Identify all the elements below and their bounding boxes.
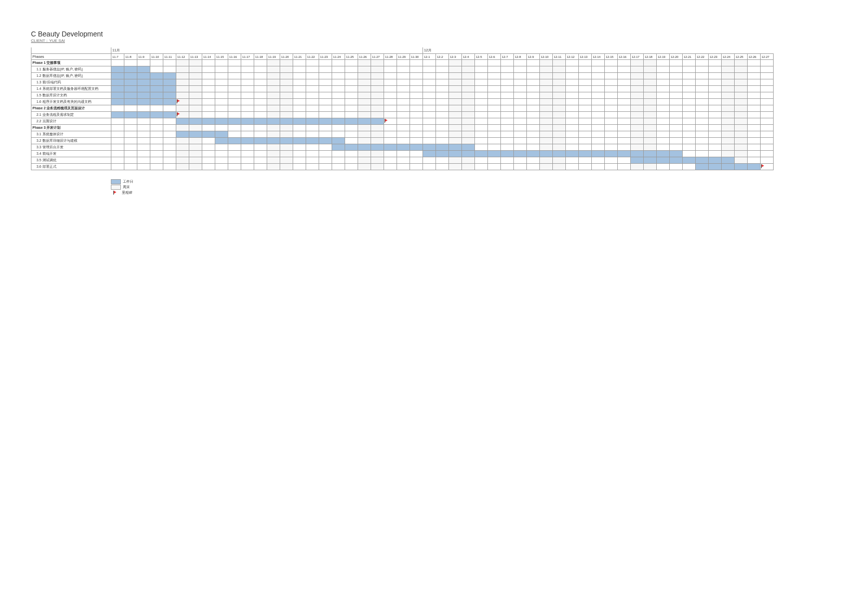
gantt-cell: [228, 118, 241, 125]
gantt-cell: [618, 73, 631, 79]
gantt-cell: [137, 144, 150, 151]
gantt-cell: [111, 138, 124, 144]
gantt-cell: [579, 60, 592, 66]
gantt-cell: [423, 79, 436, 86]
gantt-cell: [683, 105, 696, 112]
gantt-cell: [319, 157, 332, 164]
gantt-cell: [761, 138, 774, 144]
date-header: 11-7: [111, 54, 124, 60]
gantt-cell: [735, 151, 748, 157]
date-header: 12-12: [566, 54, 579, 60]
gantt-cell: [397, 112, 410, 118]
gantt-cell: [371, 73, 384, 79]
gantt-cell: [319, 164, 332, 170]
gantt-cell: [683, 79, 696, 86]
gantt-cell: [358, 86, 371, 92]
gantt-cell: [150, 66, 163, 73]
gantt-cell: [722, 125, 735, 131]
gantt-cell: [306, 73, 319, 79]
gantt-cell: [137, 66, 150, 73]
gantt-cell: [618, 125, 631, 131]
gantt-cell: [397, 118, 410, 125]
gantt-cell: [553, 105, 566, 112]
legend-weekend-icon: [111, 185, 121, 190]
gantt-cell: [462, 125, 475, 131]
task-label: 1.3 前/后端代码: [31, 79, 111, 86]
gantt-cell: [332, 112, 345, 118]
gantt-cell: [163, 73, 176, 79]
gantt-cell: [631, 99, 644, 105]
gantt-cell: [696, 105, 709, 112]
gantt-cell: [410, 118, 423, 125]
gantt-cell: [540, 112, 553, 118]
gantt-cell: [436, 60, 449, 66]
gantt-cell: [280, 125, 293, 131]
gantt-cell: [371, 92, 384, 99]
gantt-cell: [319, 99, 332, 105]
legend-work-label: 工作日: [123, 179, 133, 184]
gantt-cell: [449, 105, 462, 112]
gantt-cell: [137, 125, 150, 131]
gantt-cell: [670, 99, 683, 105]
gantt-cell: [267, 79, 280, 86]
gantt-cell: [371, 86, 384, 92]
date-header: 12-9: [527, 54, 540, 60]
gantt-cell: [618, 92, 631, 99]
gantt-cell: [436, 144, 449, 151]
gantt-cell: [670, 151, 683, 157]
date-header: 11-8: [124, 54, 137, 60]
gantt-cell: [345, 92, 358, 99]
gantt-cell: [293, 92, 306, 99]
gantt-cell: [215, 60, 228, 66]
gantt-cell: [150, 131, 163, 138]
gantt-cell: [371, 138, 384, 144]
gantt-cell: [761, 131, 774, 138]
gantt-cell: [540, 105, 553, 112]
gantt-cell: [124, 112, 137, 118]
gantt-cell: [189, 157, 202, 164]
gantt-cell: [527, 151, 540, 157]
gantt-cell: [215, 66, 228, 73]
gantt-cell: [163, 79, 176, 86]
task-label: 3.4 前端开发: [31, 151, 111, 157]
gantt-cell: [215, 99, 228, 105]
gantt-cell: [358, 79, 371, 86]
gantt-cell: [449, 118, 462, 125]
gantt-cell: [384, 144, 397, 151]
gantt-cell: [241, 157, 254, 164]
gantt-cell: [501, 164, 514, 170]
gantt-cell: [670, 60, 683, 66]
gantt-cell: [735, 92, 748, 99]
gantt-cell: [579, 99, 592, 105]
gantt-cell: [631, 151, 644, 157]
gantt-cell: [215, 144, 228, 151]
gantt-cell: [566, 131, 579, 138]
gantt-cell: [345, 164, 358, 170]
gantt-cell: [683, 99, 696, 105]
gantt-cell: [163, 99, 176, 105]
gantt-cell: [306, 118, 319, 125]
gantt-cell: [280, 151, 293, 157]
gantt-cell: [254, 73, 267, 79]
gantt-cell: [761, 144, 774, 151]
gantt-cell: [423, 131, 436, 138]
gantt-cell: [696, 151, 709, 157]
gantt-cell: [579, 112, 592, 118]
gantt-cell: [319, 79, 332, 86]
gantt-cell: [631, 92, 644, 99]
gantt-cell: [488, 164, 501, 170]
gantt-cell: [709, 112, 722, 118]
gantt-cell: [137, 60, 150, 66]
gantt-cell: [605, 157, 618, 164]
gantt-cell: [618, 131, 631, 138]
gantt-cell: [202, 73, 215, 79]
gantt-cell: [605, 112, 618, 118]
gantt-cell: [150, 144, 163, 151]
gantt-cell: [722, 86, 735, 92]
gantt-cell: [475, 66, 488, 73]
gantt-cell: [306, 60, 319, 66]
gantt-cell: [657, 86, 670, 92]
gantt-cell: [241, 105, 254, 112]
gantt-cell: [631, 118, 644, 125]
gantt-cell: [683, 157, 696, 164]
